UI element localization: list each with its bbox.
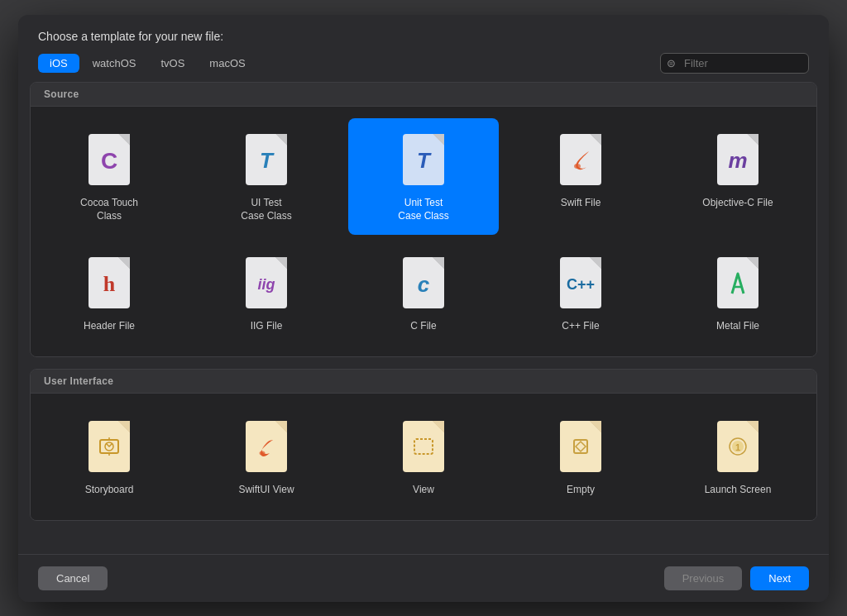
item-swift-file[interactable]: Swift File (505, 118, 656, 236)
section-user-interface: User Interface (30, 369, 817, 521)
c-file-icon: c (400, 255, 447, 311)
tab-bar: iOS watchOS tvOS macOS ⊜ (18, 53, 829, 82)
item-c-file[interactable]: c C File (348, 241, 499, 345)
swiftui-view-icon (243, 418, 290, 475)
iig-file-label: IIG File (251, 319, 283, 333)
svg-rect-7 (414, 439, 433, 454)
launch-screen-icon: 1 (715, 418, 761, 475)
dialog-footer: Cancel Previous Next (18, 554, 829, 602)
item-metal-file[interactable]: Metal File (663, 241, 813, 345)
tab-watchos[interactable]: watchOS (81, 54, 148, 73)
cocoa-touch-icon: C (86, 131, 132, 188)
previous-button[interactable]: Previous (664, 566, 743, 590)
cpp-file-icon: C++ (557, 255, 604, 311)
item-header-file[interactable]: h Header File (34, 241, 184, 345)
objc-file-icon: m (715, 131, 761, 188)
item-storyboard[interactable]: Storyboard (34, 405, 184, 509)
launch-screen-label: Launch Screen (705, 483, 772, 497)
unit-test-icon: T (400, 131, 447, 188)
cocoa-touch-label: Cocoa TouchClass (80, 196, 138, 224)
unit-test-label: Unit TestCase Class (398, 196, 448, 224)
filter-input[interactable] (660, 53, 809, 74)
svg-point-0 (574, 164, 581, 169)
item-ui-test[interactable]: T UI TestCase Class (191, 118, 342, 236)
objc-file-label: Objective-C File (702, 196, 773, 210)
section-source: Source C Cocoa TouchClass T (30, 82, 817, 357)
swift-file-label: Swift File (561, 196, 601, 210)
tab-ios[interactable]: iOS (38, 54, 79, 73)
c-file-label: C File (410, 319, 436, 333)
filter-icon: ⊜ (667, 57, 676, 69)
section-ui-header: User Interface (31, 370, 816, 394)
storyboard-label: Storyboard (85, 483, 134, 497)
swift-file-icon (557, 131, 604, 188)
empty-icon (557, 418, 604, 475)
content-area: Source C Cocoa TouchClass T (18, 82, 829, 554)
metal-file-label: Metal File (716, 319, 759, 333)
tab-tvos[interactable]: tvOS (149, 54, 196, 73)
svg-text:1: 1 (735, 442, 740, 452)
footer-right-buttons: Previous Next (664, 566, 809, 590)
item-launch-screen[interactable]: 1 Launch Screen (663, 405, 813, 509)
ui-test-label: UI TestCase Class (241, 196, 291, 224)
ui-items-grid: Storyboard SwiftUI View (31, 394, 816, 520)
item-empty[interactable]: Empty (505, 405, 656, 509)
template-dialog: Choose a template for your new file: iOS… (18, 15, 829, 602)
ui-test-icon: T (243, 131, 290, 188)
dialog-title: Choose a template for your new file: (18, 15, 829, 53)
item-swiftui-view[interactable]: SwiftUI View (191, 405, 342, 509)
cpp-file-label: C++ File (562, 319, 599, 333)
svg-point-6 (260, 451, 266, 455)
item-cpp-file[interactable]: C++ C++ File (505, 241, 656, 345)
metal-file-icon (715, 255, 761, 311)
filter-area: ⊜ (660, 53, 809, 74)
view-icon (400, 418, 447, 475)
cancel-button[interactable]: Cancel (38, 566, 108, 590)
header-file-label: Header File (84, 319, 135, 333)
section-source-header: Source (31, 83, 816, 107)
header-file-icon: h (86, 255, 132, 311)
storyboard-icon (86, 418, 132, 475)
tab-macos[interactable]: macOS (198, 54, 256, 73)
iig-file-icon: iig (243, 255, 290, 311)
item-iig-file[interactable]: iig IIG File (191, 241, 342, 345)
item-unit-test[interactable]: T Unit TestCase Class (348, 118, 499, 236)
next-button[interactable]: Next (750, 566, 809, 590)
empty-label: Empty (567, 483, 595, 497)
item-cocoa-touch[interactable]: C Cocoa TouchClass (34, 118, 184, 236)
view-label: View (413, 483, 434, 497)
source-items-grid: C Cocoa TouchClass T UI TestCase Class (31, 107, 816, 356)
swiftui-view-label: SwiftUI View (238, 483, 294, 497)
item-view[interactable]: View (348, 405, 499, 509)
item-objc-file[interactable]: m Objective-C File (663, 118, 813, 236)
